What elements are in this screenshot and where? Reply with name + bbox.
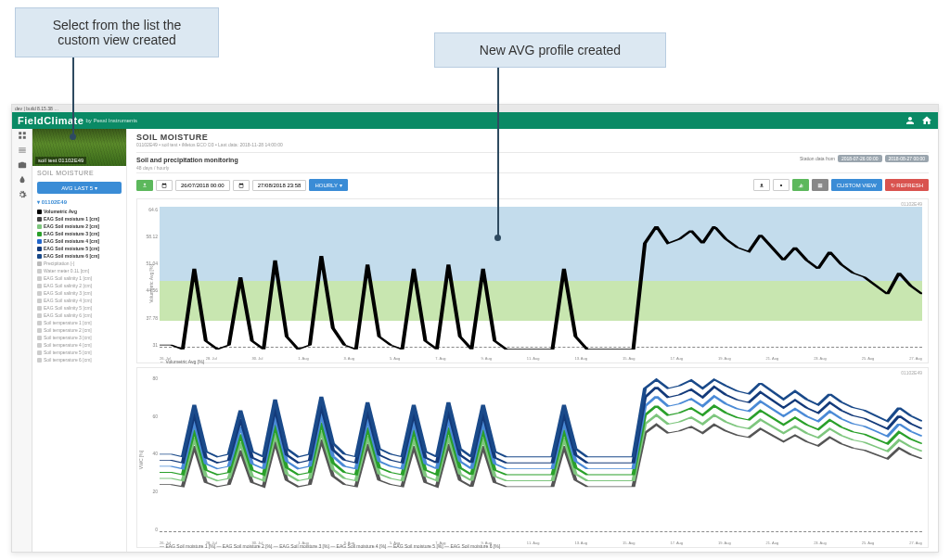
callout-select-view: Select from the list the custom view cre… — [15, 7, 219, 57]
sensor-label: EAG Soil salinity 4 [cm] — [44, 298, 92, 303]
sensor-item[interactable]: EAG Soil salinity 4 [cm] — [37, 297, 122, 304]
sensor-color-icon — [37, 210, 42, 214]
section-subtitle: 48 days / hourly — [127, 165, 938, 171]
home-icon[interactable] — [921, 115, 932, 126]
sensor-label: EAG Soil salinity 6 [cm] — [44, 312, 92, 318]
sidebar: soil test 01102E49 SOIL MOISTURE AVG LAS… — [32, 129, 127, 552]
sensor-label: EAG Soil salinity 3 [cm] — [44, 290, 92, 296]
sensor-item[interactable]: Volumetric Avg — [37, 208, 122, 215]
sensor-item[interactable]: Soil temperature 3 [cm] — [37, 334, 122, 341]
sensor-color-icon — [37, 313, 42, 318]
x-axis-ticks: 26. Jul28. Jul30. Jul1. Aug3. Aug5. Aug7… — [160, 356, 922, 361]
page-subtitle: 01102E49 • soil test • iMetos ECO D3 • L… — [127, 142, 938, 150]
icon-sidebar — [12, 129, 32, 552]
sensor-color-icon — [37, 306, 42, 311]
y-axis-ticks: 806040200 — [141, 375, 158, 532]
svg-rect-2 — [19, 136, 21, 139]
sensor-item[interactable]: Precipitation [-] — [37, 260, 122, 267]
table-view-button[interactable] — [812, 179, 828, 191]
sensor-color-icon — [37, 247, 42, 251]
station-header[interactable]: 01102E49 — [32, 196, 126, 208]
callout-line — [497, 61, 499, 237]
sensor-item[interactable]: EAG Soil moisture 3 [cm] — [37, 230, 122, 237]
date-badge-from: 2018-07-26 00:00 — [838, 155, 881, 162]
sensor-color-icon — [37, 358, 42, 363]
sensor-item[interactable]: Soil temperature 2 [cm] — [37, 326, 122, 334]
nav-camera-icon[interactable] — [18, 160, 27, 170]
sensor-item[interactable]: Soil temperature 5 [cm] — [37, 349, 122, 356]
date-to-input[interactable]: 27/08/2018 23:58 — [252, 180, 307, 191]
sensor-color-icon — [37, 291, 42, 296]
sensor-item[interactable]: EAG Soil moisture 4 [cm] — [37, 237, 122, 245]
sensor-color-icon — [37, 343, 42, 348]
avg-last-button[interactable]: AVG LAST 5 ▾ — [37, 182, 122, 194]
sensor-label: Soil temperature 3 [cm] — [44, 335, 92, 340]
sensor-item[interactable]: EAG Soil salinity 5 [cm] — [37, 304, 122, 312]
sensor-color-icon — [37, 254, 42, 259]
sensor-label: EAG Soil moisture 5 [cm] — [44, 246, 99, 251]
sensor-item[interactable]: EAG Soil moisture 5 [cm] — [37, 245, 122, 252]
nav-list-icon[interactable] — [18, 146, 27, 155]
plot-area — [160, 207, 922, 350]
callout-line — [72, 48, 74, 136]
svg-rect-1 — [22, 132, 25, 134]
sensor-color-icon — [37, 336, 42, 340]
line-series-multi — [160, 375, 922, 534]
page-title: SOIL MOISTURE — [127, 129, 938, 142]
sensor-label: EAG Soil salinity 2 [cm] — [44, 283, 92, 288]
download-button[interactable] — [753, 179, 770, 191]
sensor-item[interactable]: Soil temperature 6 [cm] — [37, 356, 122, 363]
sensor-item[interactable]: EAG Soil moisture 2 [cm] — [37, 223, 122, 230]
sensor-color-icon — [37, 276, 42, 281]
sensor-color-icon — [37, 224, 42, 229]
y-axis-ticks: 64.658.1251.0444.5637.7831 — [141, 207, 158, 348]
chart-legend: ← Volumetric Avg [%] — [160, 359, 204, 364]
sensor-item[interactable]: EAG Soil salinity 6 [cm] — [37, 312, 122, 319]
nav-drop-icon[interactable] — [18, 175, 27, 185]
app-window: dev | build 8.15.38 … FieldClimate by Pe… — [11, 104, 939, 553]
callout-dot — [494, 235, 501, 241]
sensor-color-icon — [37, 328, 42, 333]
sensor-color-icon — [37, 232, 42, 236]
sensor-label: Water meter 0.1L [cm] — [44, 268, 89, 274]
station-data-from-label: Station data from — [800, 156, 835, 161]
export-button[interactable] — [136, 180, 153, 191]
sensor-color-icon — [37, 321, 42, 325]
user-icon[interactable] — [905, 115, 916, 126]
sensor-item[interactable]: EAG Soil salinity 3 [cm] — [37, 289, 122, 297]
chart-legend: — EAG Soil moisture 1 [%] — EAG Soil moi… — [160, 543, 500, 549]
custom-view-button[interactable]: CUSTOM VIEW — [831, 179, 882, 191]
sensor-item[interactable]: Soil temperature 1 [cm] — [37, 319, 122, 326]
app-header: FieldClimate by Pessl Instruments — [12, 112, 938, 129]
sensor-item[interactable]: Soil temperature 4 [cm] — [37, 341, 122, 349]
date-from-input[interactable]: 26/07/2018 00:00 — [175, 180, 230, 191]
sensor-color-icon — [37, 299, 42, 303]
sensor-label: Soil temperature 4 [cm] — [44, 342, 92, 348]
nav-dashboard-icon[interactable] — [18, 131, 27, 140]
sidebar-title: SOIL MOISTURE — [32, 166, 126, 180]
plot-area — [160, 375, 922, 534]
sensor-label: EAG Soil moisture 3 [cm] — [44, 231, 99, 236]
sensor-color-icon — [37, 269, 42, 274]
sensor-label: EAG Soil salinity 1 [cm] — [44, 275, 92, 281]
sensor-color-icon — [37, 350, 42, 355]
sensor-item[interactable]: EAG Soil moisture 6 [cm] — [37, 252, 122, 260]
sensor-label: EAG Soil moisture 2 [cm] — [44, 223, 99, 229]
sensor-item[interactable]: EAG Soil moisture 1 [cm] — [37, 215, 122, 223]
hourly-dropdown[interactable]: HOURLY ▾ — [309, 179, 347, 191]
sensor-list: Volumetric AvgEAG Soil moisture 1 [cm]EA… — [32, 208, 126, 363]
field-thumbnail[interactable]: soil test 01102E49 — [32, 129, 126, 166]
chart-view-button[interactable] — [792, 179, 809, 191]
sensor-label: Soil temperature 1 [cm] — [44, 320, 92, 325]
calendar-from-button[interactable] — [156, 180, 173, 191]
sensor-item[interactable]: Water meter 0.1L [cm] — [37, 267, 122, 274]
refresh-button[interactable]: ↻ REFRESH — [885, 179, 929, 191]
sensor-item[interactable]: EAG Soil salinity 1 [cm] — [37, 274, 122, 282]
nav-gear-icon[interactable] — [18, 190, 27, 199]
settings-button[interactable] — [773, 179, 790, 191]
sensor-item[interactable]: EAG Soil salinity 2 [cm] — [37, 282, 122, 289]
calendar-to-button[interactable] — [233, 180, 250, 191]
chart-volumetric-avg: 01102E49 Volumetric Avg [%] 64.658.1251.… — [136, 198, 929, 363]
sensor-label: EAG Soil moisture 1 [cm] — [44, 216, 99, 222]
sensor-label: EAG Soil moisture 6 [cm] — [44, 253, 99, 259]
